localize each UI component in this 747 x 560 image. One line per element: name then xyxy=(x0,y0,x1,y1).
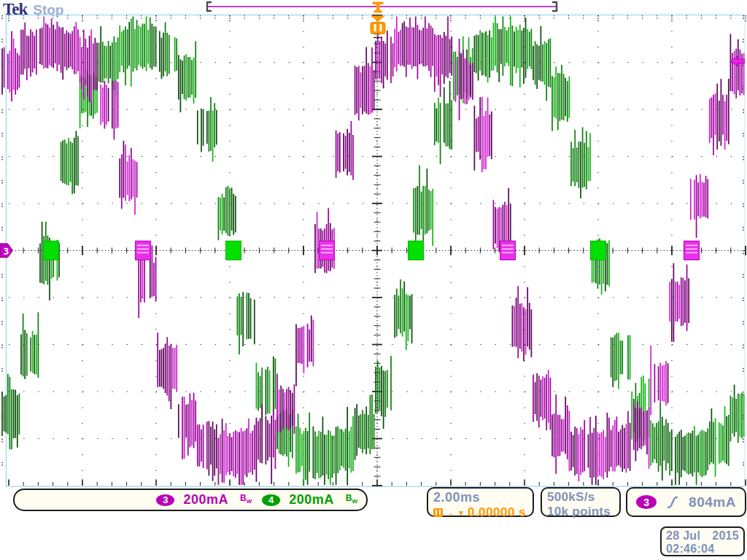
channel-3-marker: 3 xyxy=(0,244,13,257)
timebase-scale: 2.00ms xyxy=(433,490,527,505)
arrow-down-icon: ▼ xyxy=(457,509,465,517)
record-length: 10k points xyxy=(547,505,614,519)
arrow-right-icon: → xyxy=(446,508,454,518)
timebase-readout: 2.00ms → ▼ 0.00000 s xyxy=(427,487,534,517)
channel-4-badge: 4 xyxy=(262,494,280,506)
channel-readout-bar: 3 200mA BW 4 200mA BW xyxy=(13,489,368,511)
oscilloscope-screen: TekStop 3 3 200mA BW 4 200mA BW 2.00ms →… xyxy=(0,0,747,560)
datetime-readout: 28 Jul 2015 02:46:04 xyxy=(660,526,745,556)
trigger-source-badge: 3 xyxy=(636,495,657,509)
acquisition-status: Stop xyxy=(33,2,63,18)
acquisition-readout: 500kS/s 10k points xyxy=(541,487,621,517)
rising-slope-icon xyxy=(667,495,678,510)
trigger-level: 804mA xyxy=(689,494,736,510)
date-day-month: 28 Jul xyxy=(666,529,700,542)
tek-logo: Tek xyxy=(3,0,27,18)
channel-3-marker-label: 3 xyxy=(4,246,9,257)
channel-3-bandwidth-icon: BW xyxy=(240,494,252,505)
date-year: 2015 xyxy=(712,529,739,542)
channel-3-badge: 3 xyxy=(156,494,174,506)
trigger-position-marker-icon xyxy=(371,16,385,42)
channel-3-scale: 200mA xyxy=(183,492,228,508)
date-row: 28 Jul 2015 xyxy=(666,529,739,542)
trigger-position-icon xyxy=(433,508,443,517)
trigger-position-value: 0.00000 s xyxy=(468,505,526,520)
trigger-readout: 3 804mA xyxy=(626,487,746,517)
channel-4-scale: 200mA xyxy=(289,492,334,508)
sample-rate: 500kS/s xyxy=(547,490,614,505)
trigger-position-readout: → ▼ 0.00000 s xyxy=(433,505,527,520)
header: TekStop xyxy=(3,0,63,19)
time-value: 02:46:04 xyxy=(666,542,739,556)
scope-display: 3 xyxy=(0,0,747,560)
channel-4-bandwidth-icon: BW xyxy=(346,494,357,505)
